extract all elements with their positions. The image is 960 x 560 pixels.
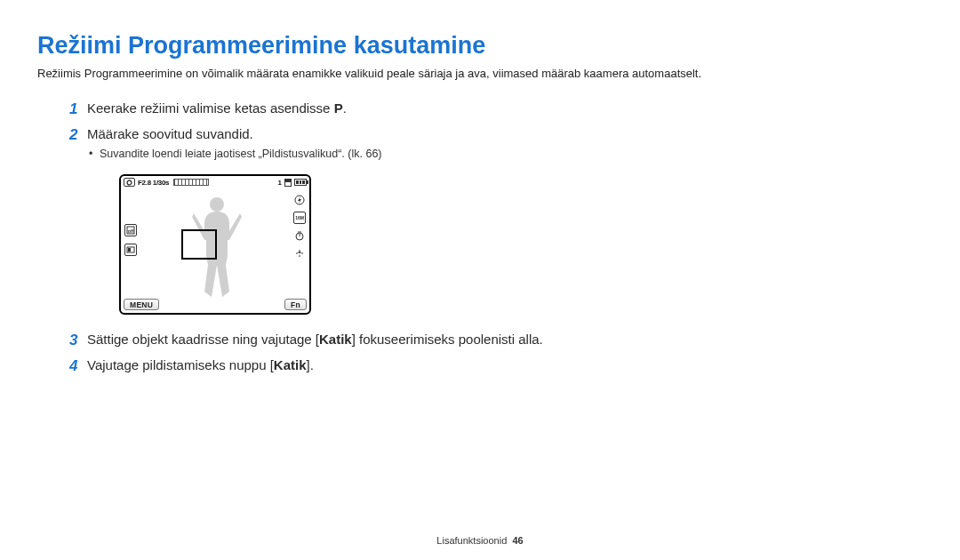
- battery-icon: [294, 179, 307, 186]
- step-number: 3: [69, 331, 87, 351]
- lcd-top-bar: F2.8 1/30s 1: [121, 176, 309, 188]
- page: Režiimi Programmeerimine kasutamine Reži…: [0, 0, 960, 560]
- shutter-label: Katik: [319, 332, 352, 347]
- step-3-text-post: ] fokuseerimiseks poolenisti alla.: [352, 332, 543, 347]
- intro-text: Režiimis Programmeerimine on võimalik mä…: [37, 67, 923, 80]
- flash-icon: [293, 194, 306, 206]
- lcd-scene: off 16M: [121, 188, 309, 297]
- footer-page-number: 46: [512, 535, 523, 546]
- exposure-readout: F2.8 1/30s: [138, 179, 169, 187]
- svg-rect-4: [128, 248, 131, 252]
- step-3: 3 Sättige objekt kaadrisse ning vajutage…: [69, 331, 923, 351]
- step-1-text-post: .: [343, 100, 347, 116]
- size-icon: 16M: [293, 212, 306, 224]
- step-number: 2: [69, 125, 87, 146]
- step-4-text-pre: Vajutage pildistamiseks nuppu [: [87, 357, 274, 372]
- step-number: 1: [69, 100, 87, 120]
- footer-section: Lisafunktsioonid: [436, 535, 507, 546]
- page-title: Režiimi Programmeerimine kasutamine: [37, 32, 923, 60]
- display-mode-icon: [124, 244, 137, 256]
- step-4: 4 Vajutage pildistamiseks nuppu [Katik].: [69, 356, 923, 377]
- stabilizer-icon: [293, 247, 306, 260]
- lcd-bottom-bar: MENU Fn: [121, 297, 309, 313]
- grid-off-icon: off: [124, 224, 137, 236]
- camera-mode-icon: [124, 178, 135, 187]
- shutter-label: Katik: [274, 357, 307, 372]
- fn-button[interactable]: Fn: [284, 299, 307, 310]
- timer-icon: [293, 229, 306, 242]
- menu-button[interactable]: MENU: [124, 299, 159, 310]
- step-2: 2 Määrake soovitud suvandid. Suvandite l…: [69, 125, 923, 162]
- steps-list: 1 Keerake režiimi valimise ketas asendis…: [37, 100, 923, 377]
- step-4-text-post: ].: [307, 357, 314, 372]
- svg-point-0: [127, 180, 132, 185]
- step-2-text: Määrake soovitud suvandid.: [87, 126, 253, 141]
- page-footer: Lisafunktsioonid 46: [0, 535, 960, 546]
- camera-lcd-illustration: F2.8 1/30s 1 off: [119, 174, 311, 315]
- mode-symbol-p: P: [334, 100, 343, 116]
- step-1-text-pre: Keerake režiimi valimise ketas asendisse: [87, 100, 334, 116]
- svg-text:off: off: [128, 228, 134, 234]
- shots-remaining: 1: [278, 179, 282, 187]
- exposure-scale-icon: [173, 179, 209, 186]
- step-3-text-pre: Sättige objekt kaadrisse ning vajutage [: [87, 332, 319, 347]
- step-2-subtext: Suvandite loendi leiate jaotisest „Pildi…: [87, 147, 382, 162]
- step-1: 1 Keerake režiimi valimise ketas asendis…: [69, 100, 923, 120]
- sdcard-icon: [284, 179, 292, 187]
- focus-frame: [181, 229, 217, 260]
- step-number: 4: [69, 356, 87, 377]
